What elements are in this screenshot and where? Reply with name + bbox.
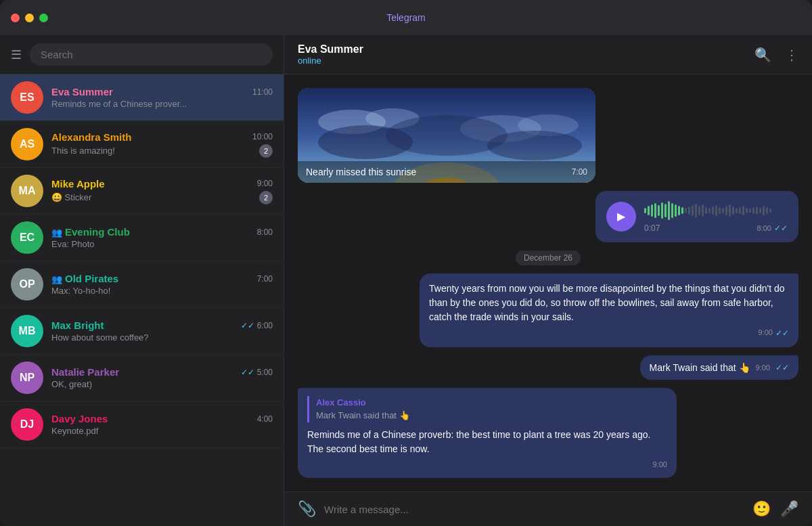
chat-name: Natalie Parker: [51, 366, 119, 378]
close-button[interactable]: [11, 14, 20, 22]
chat-time: 9:00: [257, 179, 273, 188]
chat-item-alexandra-smith[interactable]: AS Alexandra Smith 10:00 This is amazing…: [0, 121, 284, 168]
chat-preview-text: 😀 Sticker: [51, 192, 91, 202]
search-icon[interactable]: 🔍: [754, 47, 771, 63]
avatar-natalie-parker: NP: [11, 361, 43, 394]
read-receipt: ✓✓: [774, 223, 788, 233]
chat-header-icons: 🔍 ⋮: [754, 47, 798, 63]
main-layout: ☰ ES Eva Summer 11:00 Reminds me of a Ch…: [0, 35, 812, 526]
caption-text: Nearly missed this sunrise: [306, 167, 416, 177]
chat-name: Max Bright: [51, 320, 104, 331]
unread-badge: 2: [259, 144, 273, 158]
waveform-bars: [644, 200, 788, 221]
message-time: 9:00: [759, 327, 773, 338]
chat-info-old-pirates: 👥Old Pirates 7:00 Max: Yo-ho-ho!: [51, 273, 273, 296]
chat-item-old-pirates[interactable]: OP 👥Old Pirates 7:00 Max: Yo-ho-ho!: [0, 261, 284, 308]
chat-item-evening-club[interactable]: EC 👥Evening Club 8:00 Eva: Photo: [0, 215, 284, 261]
minimize-button[interactable]: [25, 14, 34, 22]
chat-name: 👥Evening Club: [51, 226, 130, 238]
message-time: 9:00: [653, 459, 667, 470]
chat-info-alexandra-smith: Alexandra Smith 10:00 This is amazing! 2: [51, 131, 273, 158]
reply-author: Alex Cassio: [316, 396, 667, 410]
chat-item-mike-apple[interactable]: MA Mike Apple 9:00 😀 Sticker 2: [0, 168, 284, 215]
emoji-icon[interactable]: 🙂: [752, 500, 771, 518]
chat-time: 11:00: [252, 87, 273, 97]
input-area: 📎 🙂 🎤: [284, 491, 812, 526]
sidebar-header: ☰: [0, 35, 284, 74]
chat-name: Eva Summer: [51, 86, 113, 97]
menu-icon[interactable]: ☰: [11, 47, 22, 62]
chat-name: 👥Old Pirates: [51, 273, 118, 284]
more-options-icon[interactable]: ⋮: [785, 47, 798, 63]
avatar-davy-jones: DJ: [11, 408, 43, 441]
sidebar: ☰ ES Eva Summer 11:00 Reminds me of a Ch…: [0, 35, 284, 526]
chat-preview-text: OK, great): [51, 379, 92, 389]
voice-duration: 0:07: [644, 223, 660, 233]
search-input[interactable]: [30, 43, 273, 66]
chat-info-max-bright: Max Bright ✓✓ 6:00 How about some coffee…: [51, 320, 273, 343]
avatar-max-bright: MB: [11, 315, 43, 347]
avatar-old-pirates: OP: [11, 268, 43, 301]
message-reply: Alex Cassio Mark Twain said that 👆 Remin…: [298, 388, 677, 479]
window-controls: [11, 14, 48, 22]
chat-item-max-bright[interactable]: MB Max Bright ✓✓ 6:00 How about some cof…: [0, 308, 284, 355]
chat-time: 10:00: [252, 132, 273, 141]
input-right-icons: 🙂 🎤: [752, 500, 798, 518]
reply-text: Mark Twain said that 👆: [316, 409, 667, 422]
attachment-icon[interactable]: 📎: [298, 500, 316, 518]
chat-info-mike-apple: Mike Apple 9:00 😀 Sticker 2: [51, 178, 273, 204]
app-title: Telegram: [386, 12, 426, 23]
chat-header: Eva Summer online 🔍 ⋮: [284, 35, 812, 74]
title-bar: Telegram: [0, 0, 812, 35]
chat-preview-text: Reminds me of a Chinese prover...: [51, 99, 187, 109]
avatar-mike-apple: MA: [11, 175, 43, 207]
avatar-evening-club: EC: [11, 221, 43, 254]
chat-header-info: Eva Summer online: [298, 43, 363, 66]
chat-item-natalie-parker[interactable]: NP Natalie Parker ✓✓ 5:00 OK, great): [0, 355, 284, 401]
chat-info-eva-summer: Eva Summer 11:00 Reminds me of a Chinese…: [51, 86, 273, 109]
reply-message-body: Reminds me of a Chinese proverb: the bes…: [307, 428, 667, 456]
avatar-alexandra-smith: AS: [11, 128, 43, 160]
image-time: 7:00: [572, 167, 587, 177]
chat-info-evening-club: 👥Evening Club 8:00 Eva: Photo: [51, 226, 273, 249]
chat-info-natalie-parker: Natalie Parker ✓✓ 5:00 OK, great): [51, 366, 273, 389]
voice-msg-time: 8:00: [757, 224, 771, 232]
chat-list: ES Eva Summer 11:00 Reminds me of a Chin…: [0, 74, 284, 526]
unread-badge: 2: [259, 191, 273, 204]
play-button[interactable]: ▶: [606, 202, 636, 232]
image-caption: Nearly missed this sunrise 7:00: [298, 161, 595, 183]
message-time: 9:00: [756, 364, 770, 372]
read-receipt: ✓✓: [775, 327, 789, 339]
message-body: Twenty years from now you will be more d…: [429, 283, 785, 322]
svg-point-9: [487, 131, 582, 160]
chat-preview-text: Max: Yo-ho-ho!: [51, 286, 110, 296]
chat-preview-text: This is amazing!: [51, 146, 115, 156]
chat-item-eva-summer[interactable]: ES Eva Summer 11:00 Reminds me of a Chin…: [0, 74, 284, 121]
chat-name: Davy Jones: [51, 413, 108, 424]
date-divider: December 26: [298, 250, 798, 265]
voice-waveform: 0:07 8:00 ✓✓: [644, 200, 788, 233]
maximize-button[interactable]: [39, 14, 48, 22]
voice-record-icon[interactable]: 🎤: [780, 500, 798, 518]
chat-name: Mike Apple: [51, 178, 105, 190]
contact-status: online: [298, 56, 363, 66]
chat-name: Alexandra Smith: [51, 131, 131, 143]
chat-time: ✓✓ 6:00: [241, 321, 273, 330]
chat-time: 4:00: [257, 414, 273, 424]
chat-preview-text: How about some coffee?: [51, 332, 149, 343]
chat-time: ✓✓ 5:00: [241, 368, 273, 377]
message-text-long: Twenty years from now you will be more d…: [420, 273, 798, 347]
message-input[interactable]: [324, 504, 744, 515]
chat-preview-text: Keynote.pdf: [51, 426, 98, 436]
contact-name: Eva Summer: [298, 43, 363, 56]
chat-preview-text: Eva: Photo: [51, 239, 95, 249]
date-label: December 26: [516, 250, 581, 265]
chat-time: 7:00: [257, 274, 273, 284]
reply-quote: Alex Cassio Mark Twain said that 👆: [307, 396, 667, 422]
chat-item-davy-jones[interactable]: DJ Davy Jones 4:00 Keynote.pdf: [0, 401, 284, 448]
messages-container: Nearly missed this sunrise 7:00 ▶: [284, 74, 812, 491]
message-text-short: Mark Twain said that 👆 9:00 ✓✓: [640, 355, 798, 380]
chat-time: 8:00: [257, 227, 273, 237]
avatar-eva-summer: ES: [11, 81, 43, 114]
message-voice: ▶: [595, 191, 798, 242]
